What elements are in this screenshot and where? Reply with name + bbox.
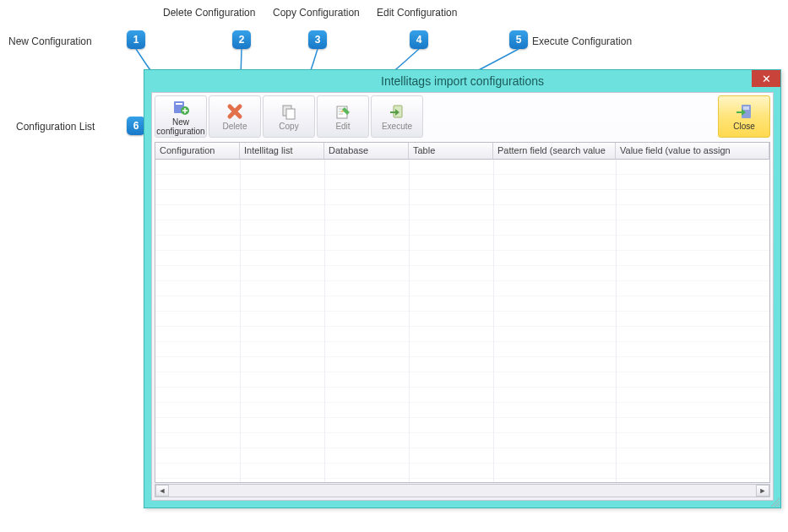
new-configuration-button[interactable]: New configuration [155,95,207,138]
dialog-window: Intellitags import configurations ✕ New … [144,69,781,508]
callout-bubble-5: 5 [509,30,528,49]
col-database[interactable]: Database [324,143,409,160]
new-config-icon [171,98,190,117]
callout-label-6: Configuration List [16,121,95,133]
callout-bubble-1: 1 [127,30,145,49]
grid-header: Configuration Intellitag list Database T… [155,143,769,160]
copy-label: Copy [279,122,298,131]
edit-configuration-button[interactable]: Edit [317,95,369,138]
edit-icon [334,102,352,121]
svg-rect-10 [286,109,295,119]
toolbar: New configuration Delete Copy Edit [152,93,773,139]
callout-label-3: Copy Configuration [273,7,360,19]
col-intellitag-list[interactable]: Intellitag list [240,143,324,160]
scroll-left-button[interactable]: ◄ [155,485,169,497]
svg-rect-7 [176,103,182,105]
callout-label-4: Edit Configuration [377,7,457,19]
edit-label: Edit [335,122,350,131]
close-icon [735,102,753,121]
delete-icon [226,102,244,121]
resize-grip[interactable] [771,498,780,507]
svg-rect-14 [743,106,749,110]
execute-configuration-button[interactable]: Execute [371,95,423,138]
col-pattern-field[interactable]: Pattern field (search value [493,143,616,160]
callout-bubble-6: 6 [127,117,145,135]
scroll-right-button[interactable]: ► [756,485,769,497]
title-bar[interactable]: Intellitags import configurations ✕ [144,70,780,92]
callout-bubble-4: 4 [410,30,428,49]
grid-body[interactable] [155,160,769,482]
configuration-grid[interactable]: Configuration Intellitag list Database T… [155,142,770,483]
col-table[interactable]: Table [409,143,493,160]
callout-bubble-2: 2 [232,30,251,49]
delete-label: Delete [223,122,247,131]
col-configuration[interactable]: Configuration [155,143,240,160]
horizontal-scrollbar[interactable]: ◄ ► [155,484,770,497]
client-area: New configuration Delete Copy Edit [151,92,774,501]
callout-label-5: Execute Configuration [532,35,632,47]
new-config-label: New configuration [155,117,206,136]
copy-configuration-button[interactable]: Copy [263,95,315,138]
close-label: Close [733,122,755,131]
execute-icon [388,102,406,121]
callout-bubble-3: 3 [308,30,327,49]
window-title: Intellitags import configurations [381,74,544,88]
window-close-button[interactable]: ✕ [752,70,780,87]
copy-icon [280,102,298,121]
callout-label-1: New Configuration [8,35,92,47]
execute-label: Execute [382,122,412,131]
col-value-field[interactable]: Value field (value to assign [616,143,769,160]
close-button[interactable]: Close [718,95,770,138]
delete-configuration-button[interactable]: Delete [209,95,261,138]
callout-label-2: Delete Configuration [163,7,255,19]
